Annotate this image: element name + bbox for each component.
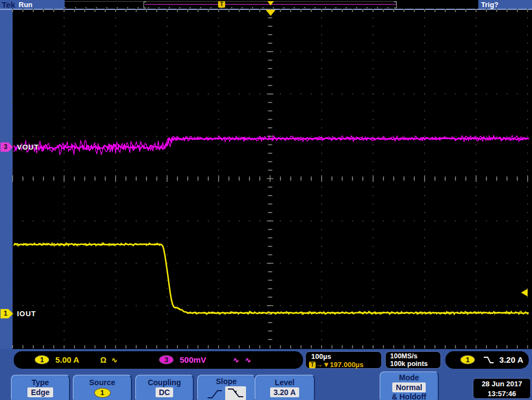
record-expansion-marker-icon — [267, 1, 274, 5]
ch3-scale: 500mV — [180, 355, 206, 364]
record-view-left-bracket — [144, 2, 146, 8]
type-title: Type — [12, 378, 69, 387]
trigger-readout[interactable]: 1 3.20 A — [445, 351, 529, 369]
delay-value: 197.000µs — [330, 361, 364, 369]
trigger-status: Trig? — [481, 1, 499, 9]
oscilloscope-screen: Tek Run Trig? T 3 VOUT 1 IOUT 1 5.00 A Ω… — [0, 0, 532, 400]
delay-arrows-icon: →▼ — [316, 361, 330, 369]
ch3-badge: 3 — [159, 355, 174, 364]
ch1-scale: 5.00 A — [55, 355, 79, 364]
menu-button-coupling[interactable]: Coupling DC — [135, 375, 194, 400]
trigger-source-badge: 1 — [460, 355, 475, 364]
ch1-impedance-icon: Ω — [100, 356, 106, 364]
horizontal-readout[interactable]: 100µs T→▼197.000µs — [305, 351, 382, 369]
mode-title: Mode — [380, 373, 438, 382]
acquisition-readout[interactable]: 100MS/s 100k points — [385, 351, 441, 369]
date-text: 28 Jun 2017 — [473, 379, 530, 389]
iout-trace-spikes — [14, 243, 529, 315]
ch1-filter-icon: ∿ — [111, 356, 118, 364]
record-view-right-bracket — [394, 2, 397, 8]
timebase-scale: 100µs — [311, 352, 331, 361]
record-view-ticks — [65, 7, 397, 8]
datetime-display: 28 Jun 2017 13:57:46 — [473, 378, 531, 399]
falling-slope-icon — [226, 387, 245, 399]
menu-button-slope[interactable]: Slope — [197, 375, 256, 400]
trigger-level-arrow-icon — [521, 289, 528, 296]
coupling-value: DC — [156, 387, 173, 397]
sample-rate: 100MS/s — [390, 352, 417, 360]
ch1-badge: 1 — [35, 355, 49, 364]
left-bezel-strip — [0, 10, 13, 349]
acquisition-status: Run — [19, 1, 32, 9]
source-title: Source — [73, 378, 131, 387]
trigger-position-marker-icon — [266, 10, 276, 16]
iout-trace-label: IOUT — [17, 310, 36, 318]
menu-button-source[interactable]: Source 1 — [73, 375, 132, 400]
menu-button-mode[interactable]: Mode Normal & Holdoff — [380, 372, 439, 400]
vout-trace — [14, 138, 529, 150]
record-length: 100k points — [390, 360, 428, 368]
menu-button-level[interactable]: Level 3.20 A — [255, 375, 315, 400]
falling-slope-selected-chip — [225, 386, 246, 400]
iout-trace — [14, 244, 529, 314]
type-value: Edge — [27, 387, 53, 397]
record-trigger-t-icon: T — [218, 1, 225, 8]
time-text: 13:57:46 — [473, 389, 530, 399]
slope-title: Slope — [198, 376, 255, 386]
level-value: 3.20 A — [270, 387, 299, 397]
trigger-level-value: 3.20 A — [499, 355, 523, 364]
menu-button-type[interactable]: Type Edge — [11, 375, 70, 400]
ch3-filter-icon: ∿ — [245, 356, 251, 364]
level-title: Level — [255, 378, 314, 387]
trigger-delay-readout: T→▼197.000µs — [309, 361, 364, 369]
falling-edge-icon — [483, 356, 495, 364]
mode-value: Normal — [392, 382, 425, 392]
coupling-title: Coupling — [136, 378, 193, 387]
delay-t-icon: T — [309, 362, 316, 368]
source-channel-badge: 1 — [94, 388, 111, 398]
vout-trace-label: VOUT — [17, 143, 39, 151]
rising-slope-icon — [207, 387, 223, 399]
vout-trace-spikes — [14, 135, 529, 155]
ch3-coupling-icon: ∿ — [233, 356, 239, 364]
graticule — [12, 9, 528, 348]
graticule-and-traces — [0, 0, 532, 351]
channel-readout-bar[interactable]: 1 5.00 A Ω ∿ 3 500mV ∿ ∿ — [14, 351, 303, 369]
tek-logo: Tek — [2, 0, 15, 9]
mode-value2: & Holdoff — [380, 392, 438, 400]
record-view-top-edge — [65, 1, 397, 2]
